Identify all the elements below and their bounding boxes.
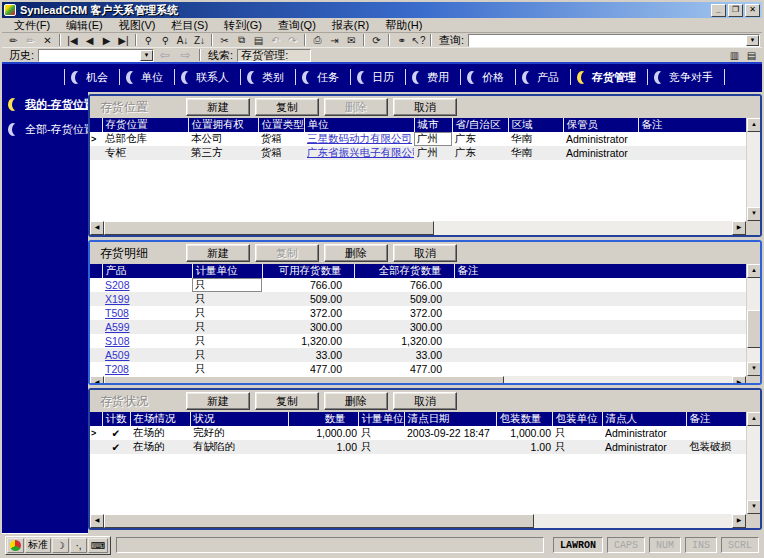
card-view-icon[interactable]: ▥ xyxy=(726,49,743,62)
table-row[interactable]: X199 只 509.00 509.00 xyxy=(90,292,746,306)
query-dropdown-icon[interactable]: ▼ xyxy=(746,35,759,46)
delete-record-icon[interactable]: ✕ xyxy=(39,34,56,47)
column-header-remarks[interactable]: 备注 xyxy=(454,264,746,278)
undo-icon[interactable]: ↶ xyxy=(267,34,284,47)
horizontal-scrollbar[interactable]: ◀ ▶ xyxy=(90,376,746,385)
tab-products[interactable]: 产品 xyxy=(515,69,570,85)
prev-record-icon[interactable]: ◀ xyxy=(81,34,98,47)
history-dropdown-icon[interactable]: ▼ xyxy=(140,50,153,61)
scrollbar-thumb[interactable] xyxy=(747,310,761,348)
restore-button[interactable]: ❐ xyxy=(728,4,743,17)
ime-full-half-moon-icon[interactable]: ☽ xyxy=(52,538,69,553)
menu-goto[interactable]: 转到(G) xyxy=(216,18,270,33)
product-link[interactable]: A599 xyxy=(105,321,130,333)
product-link[interactable]: X199 xyxy=(105,293,130,305)
mail-icon[interactable]: ✉ xyxy=(343,34,360,47)
column-header-keeper[interactable]: 保管员 xyxy=(563,118,638,132)
paste-icon[interactable]: ▤ xyxy=(250,34,267,47)
table-row[interactable]: T208 只 477.00 477.00 xyxy=(90,362,746,376)
company-link[interactable]: 广东省振兴电子有限公司 xyxy=(307,146,414,158)
close-button[interactable]: ✕ xyxy=(745,4,760,17)
menu-view[interactable]: 视图(V) xyxy=(111,18,164,33)
sidebar-item-all-inventory-locations[interactable]: 全部-存货位置 xyxy=(8,122,95,137)
scroll-left-icon[interactable]: ◀ xyxy=(90,376,104,385)
table-row[interactable]: S108 只 1,320.00 1,320.00 xyxy=(90,334,746,348)
column-header-check-date[interactable]: 清点日期 xyxy=(404,412,496,426)
ime-punctuation-icon[interactable]: ·, xyxy=(70,538,87,553)
scroll-down-icon[interactable]: ▼ xyxy=(747,362,761,376)
new-button[interactable]: 新建 xyxy=(186,244,250,262)
table-row[interactable]: S208 只 766.00 766.00 xyxy=(90,278,746,292)
column-header-package-unit[interactable]: 包装单位 xyxy=(552,412,602,426)
menu-file[interactable]: 文件(F) xyxy=(6,18,58,33)
copy-button[interactable]: 复制 xyxy=(255,244,319,262)
new-button[interactable]: 新建 xyxy=(186,392,250,410)
search-icon[interactable]: ⚲ xyxy=(140,34,157,47)
tab-category[interactable]: 类别 xyxy=(240,69,295,85)
tab-expenses[interactable]: 费用 xyxy=(405,69,460,85)
column-header-city[interactable]: 城市 xyxy=(414,118,452,132)
scroll-down-icon[interactable]: ▼ xyxy=(747,500,761,514)
sort-ascending-icon[interactable]: A↓ xyxy=(174,34,191,47)
vertical-scrollbar[interactable]: ▲ ▼ xyxy=(746,412,760,514)
copy-button[interactable]: 复制 xyxy=(255,392,319,410)
column-header-province[interactable]: 省/自治区 xyxy=(452,118,508,132)
redo-icon[interactable]: ↷ xyxy=(284,34,301,47)
tab-opportunity[interactable]: 机会 xyxy=(64,69,119,85)
print-icon[interactable]: ⎙ xyxy=(309,34,326,47)
context-help-icon[interactable]: ↖? xyxy=(410,34,427,47)
column-header-remarks[interactable]: 备注 xyxy=(638,118,746,132)
scrollbar-thumb[interactable] xyxy=(104,514,534,528)
horizontal-scrollbar[interactable]: ◀ ▶ xyxy=(90,514,746,528)
tab-inventory-management[interactable]: 存货管理 xyxy=(570,69,647,85)
column-header-region[interactable]: 区域 xyxy=(508,118,563,132)
sort-descending-icon[interactable]: Z↓ xyxy=(191,34,208,47)
scrollbar-thumb[interactable] xyxy=(104,376,504,385)
ime-keyboard-icon[interactable]: ⌨ xyxy=(88,538,108,553)
scroll-left-icon[interactable]: ◀ xyxy=(90,221,104,235)
filter-search-icon[interactable]: ⚲ xyxy=(157,34,174,47)
book-view-icon[interactable]: ▤ xyxy=(743,49,760,62)
column-header-presence[interactable]: 在场情况 xyxy=(130,412,190,426)
column-header-product[interactable]: 产品 xyxy=(102,264,192,278)
scroll-right-icon[interactable]: ▶ xyxy=(732,221,746,235)
delete-button[interactable]: 删除 xyxy=(324,244,388,262)
column-header-location-type[interactable]: 位置类型 xyxy=(258,118,304,132)
column-header-count[interactable]: 计数 xyxy=(102,412,130,426)
table-row[interactable]: ✔ 在场的 有缺陷的 1.00 只 1.00 只 Administrator 包… xyxy=(90,440,746,454)
scroll-up-icon[interactable]: ▲ xyxy=(747,412,761,426)
scroll-right-icon[interactable]: ▶ xyxy=(732,376,746,385)
tab-calendar[interactable]: 日历 xyxy=(350,69,405,85)
ime-logo-icon[interactable] xyxy=(7,538,24,553)
refresh-icon[interactable]: ⟳ xyxy=(368,34,385,47)
clue-field[interactable]: 存货管理: xyxy=(237,49,311,62)
table-row[interactable]: A599 只 300.00 300.00 xyxy=(90,320,746,334)
first-record-icon[interactable]: |◀ xyxy=(64,34,81,47)
sidebar-item-my-inventory-locations[interactable]: 我的-存货位置 xyxy=(8,97,95,112)
cancel-button[interactable]: 取消 xyxy=(393,98,457,116)
delete-button[interactable]: 删除 xyxy=(324,392,388,410)
column-header-total-qty[interactable]: 全部存货数量 xyxy=(354,264,454,278)
column-header-remarks[interactable]: 备注 xyxy=(686,412,746,426)
table-row[interactable]: A509 只 33.00 33.00 xyxy=(90,348,746,362)
cancel-button[interactable]: 取消 xyxy=(393,392,457,410)
product-link[interactable]: S208 xyxy=(105,279,130,291)
scrollbar-thumb[interactable] xyxy=(104,221,434,235)
new-record-icon[interactable]: ✏ xyxy=(5,34,22,47)
copy-button[interactable]: 复制 xyxy=(255,98,319,116)
edit-record-icon[interactable]: ✏ xyxy=(22,34,39,47)
last-record-icon[interactable]: ▶| xyxy=(115,34,132,47)
vertical-scrollbar[interactable]: ▲ ▼ xyxy=(746,264,760,376)
column-header-available-qty[interactable]: 可用存货数量 xyxy=(262,264,354,278)
column-header-quantity[interactable]: 数量 xyxy=(288,412,358,426)
company-link[interactable]: 三星数码动力有限公司 xyxy=(307,132,412,144)
product-link[interactable]: S108 xyxy=(105,335,130,347)
product-link[interactable]: T508 xyxy=(105,307,129,319)
count-checkmark[interactable]: ✔ xyxy=(102,426,130,440)
scroll-right-icon[interactable]: ▶ xyxy=(732,514,746,528)
new-button[interactable]: 新建 xyxy=(186,98,250,116)
table-row[interactable]: > 总部仓库 本公司 货箱 三星数码动力有限公司 广州 广东 华南 Admini… xyxy=(90,132,746,146)
copy-icon[interactable]: ⧉ xyxy=(233,34,250,47)
column-header-package-qty[interactable]: 包装数量 xyxy=(496,412,552,426)
tab-contacts[interactable]: 联系人 xyxy=(174,69,240,85)
